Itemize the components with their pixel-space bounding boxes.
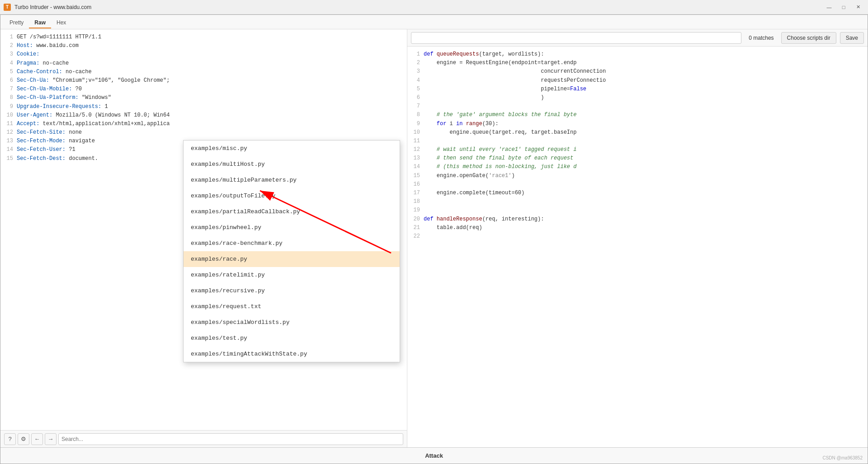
titlebar-controls: — □ ✕ (823, 3, 864, 12)
list-item[interactable]: examples/race.py (184, 251, 400, 267)
list-item[interactable]: examples/pinwheel.py (184, 220, 400, 235)
watermark: CSDN @ma963852 (822, 455, 863, 460)
script-panel: 0 matches Choose scripts dir Save 1def q… (407, 29, 868, 447)
request-line: 2Host: www.baidu.com (4, 42, 403, 50)
request-line: 8Sec-Ch-Ua-Platform: "Windows" (4, 94, 403, 102)
close-button[interactable]: ✕ (852, 3, 864, 12)
script-content-area: 1def queueRequests(target, wordlists):2 … (407, 47, 868, 447)
attack-bar: Attack CSDN @ma963852 (0, 447, 868, 464)
request-line: 11Accept: text/html,application/xhtml+xm… (4, 120, 403, 128)
list-item[interactable]: examples/test.py (184, 330, 400, 346)
script-line: 10 engine.queue(target.req, target.baseI… (411, 128, 864, 137)
request-line: 3Cookie: (4, 50, 403, 59)
tab-pretty[interactable]: Pretty (4, 18, 29, 28)
save-button[interactable]: Save (840, 32, 864, 44)
script-line: 2 engine = RequestEngine(endpoint=target… (411, 59, 864, 67)
titlebar: T Turbo Intruder - www.baidu.com — □ ✕ (0, 0, 868, 14)
request-line: 12Sec-Fetch-Site: none (4, 128, 403, 137)
list-item[interactable]: examples/outputToFile.py (184, 188, 400, 204)
request-line: 9Upgrade-Insecure-Requests: 1 (4, 103, 403, 111)
script-line: 18 (411, 197, 864, 206)
script-line: 13 # then send the final byte of each re… (411, 154, 864, 163)
attack-button[interactable]: Attack (407, 452, 461, 459)
script-line: 1def queueRequests(target, wordlists): (411, 50, 864, 59)
request-line: 5Cache-Control: no-cache (4, 68, 403, 76)
request-line: 1GET /s?wd=1111111 HTTP/1.1 (4, 33, 403, 42)
script-line: 11 (411, 137, 864, 145)
script-line: 17 engine.complete(timeout=60) (411, 189, 864, 197)
script-line: 12 # wait until every 'race1' tagged req… (411, 145, 864, 154)
script-line: 6 ) (411, 94, 864, 102)
script-line: 20def handleResponse(req, interesting): (411, 215, 864, 224)
main-window: Pretty Raw Hex 1GET /s?wd=1111111 HTTP/1… (0, 14, 868, 464)
request-line: 10User-Agent: Mozilla/5.0 (Windows NT 10… (4, 111, 403, 120)
script-line: 7 (411, 102, 864, 111)
list-item[interactable]: examples/ratelimit.py (184, 267, 400, 283)
script-line: 14 # (this method is non-blocking, just … (411, 163, 864, 171)
script-top-toolbar: 0 matches Choose scripts dir Save (407, 29, 868, 47)
app-icon: T (4, 4, 11, 11)
list-item[interactable]: examples/multiHost.py (184, 156, 400, 172)
list-item[interactable]: examples/partialReadCallback.py (184, 204, 400, 220)
list-item[interactable]: examples/race-benchmark.py (184, 235, 400, 251)
script-line: 3 concurrentConnection (411, 67, 864, 76)
titlebar-left: T Turbo Intruder - www.baidu.com (4, 4, 91, 11)
tabbar: Pretty Raw Hex (0, 15, 868, 29)
gear-icon: ⚙ (21, 436, 26, 442)
forward-icon: → (48, 436, 54, 442)
help-button[interactable]: ? (4, 433, 16, 445)
script-line: 8 # the 'gate' argument blocks the final… (411, 111, 864, 119)
script-line: 4 requestsPerConnectio (411, 76, 864, 85)
list-item[interactable]: examples/timingAttackWithState.py (184, 346, 400, 362)
script-line: 21 table.add(req) (411, 224, 864, 232)
request-line: 6Sec-Ch-Ua: "Chromium";v="106", "Google … (4, 76, 403, 85)
matches-badge: 0 matches (745, 35, 777, 41)
back-icon: ← (34, 436, 40, 442)
script-search-input[interactable] (411, 32, 741, 44)
settings-button[interactable]: ⚙ (18, 433, 29, 445)
list-item[interactable]: examples/request.txt (184, 299, 400, 314)
tab-raw[interactable]: Raw (29, 18, 51, 28)
script-line: 16 (411, 180, 864, 189)
list-item[interactable]: examples/multipleParameters.py (184, 172, 400, 188)
script-line: 9 for i in range(30): (411, 120, 864, 128)
tab-hex[interactable]: Hex (51, 18, 71, 28)
script-line: 22 (411, 232, 864, 241)
choose-scripts-dir-button[interactable]: Choose scripts dir (781, 32, 836, 44)
dropdown-overlay: examples/misc.pyexamples/multiHost.pyexa… (183, 140, 400, 362)
request-line: 7Sec-Ch-Ua-Mobile: ?0 (4, 85, 403, 94)
back-button[interactable]: ← (31, 433, 43, 445)
script-code: 1def queueRequests(target, wordlists):2 … (407, 47, 868, 447)
script-line: 15 engine.openGate('race1') (411, 172, 864, 180)
forward-button[interactable]: → (45, 433, 57, 445)
list-item[interactable]: examples/misc.py (184, 141, 400, 156)
minimize-button[interactable]: — (823, 3, 835, 12)
titlebar-title: Turbo Intruder - www.baidu.com (14, 4, 91, 10)
maximize-button[interactable]: □ (837, 3, 850, 12)
request-toolbar: ? ⚙ ← → (0, 430, 407, 447)
list-item[interactable]: examples/recursive.py (184, 283, 400, 299)
search-input[interactable] (58, 433, 403, 445)
list-item[interactable]: examples/specialWordlists.py (184, 314, 400, 330)
help-icon: ? (8, 436, 11, 442)
request-line: 4Pragma: no-cache (4, 59, 403, 68)
script-line: 19 (411, 206, 864, 215)
script-line: 5 pipeline=False (411, 85, 864, 94)
content-area: 1GET /s?wd=1111111 HTTP/1.12Host: www.ba… (0, 29, 868, 447)
